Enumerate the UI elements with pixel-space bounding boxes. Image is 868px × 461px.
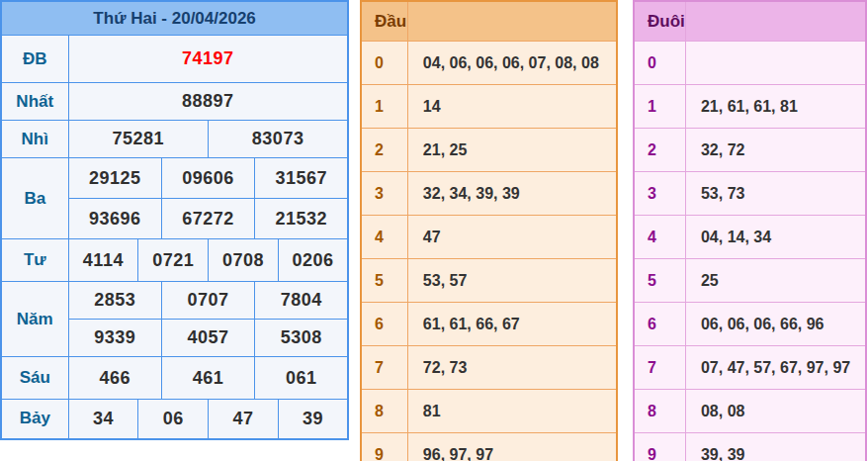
- prize-value: 4114: [68, 239, 138, 282]
- table-row: 0: [634, 42, 866, 85]
- head-digit: 9: [361, 433, 407, 461]
- table-row: 4 47: [361, 216, 617, 259]
- tail-digit: 9: [634, 433, 685, 461]
- table-row: 6 61, 61, 66, 67: [361, 303, 617, 346]
- table-row: 9 96, 97, 97: [361, 433, 617, 461]
- prize-value: 47: [209, 400, 279, 439]
- head-digit: 1: [361, 85, 407, 129]
- table-row: 4 04, 14, 34: [634, 216, 866, 259]
- prize-value: 29125: [68, 158, 161, 199]
- table-row: Sáu 466 461 061: [1, 357, 348, 400]
- table-row: Thứ Hai - 20/04/2026: [1, 1, 348, 36]
- table-row: 3 32, 34, 39, 39: [361, 172, 617, 216]
- table-row: Năm 2853 0707 7804: [1, 282, 348, 320]
- special-prize-value: 74197: [68, 36, 348, 83]
- duoi-header: Đuôi: [634, 1, 685, 42]
- head-digit: 7: [361, 346, 407, 390]
- tail-digit: 2: [634, 129, 685, 172]
- head-numbers: 72, 73: [407, 346, 617, 390]
- row-label-nhat: Nhất: [1, 83, 68, 121]
- tail-numbers: 06, 06, 06, 66, 96: [685, 303, 866, 346]
- duoi-header-empty: [685, 1, 866, 42]
- head-digit: 6: [361, 303, 407, 346]
- tail-numbers: 08, 08: [685, 390, 866, 433]
- head-digit: 0: [361, 42, 407, 85]
- head-digit: 8: [361, 390, 407, 433]
- tail-digit: 4: [634, 216, 685, 259]
- tail-numbers: 07, 47, 57, 67, 97, 97: [685, 346, 866, 390]
- head-digit: 4: [361, 216, 407, 259]
- tail-digit: 8: [634, 390, 685, 433]
- tail-numbers: 32, 72: [685, 129, 866, 172]
- prize-value: 0707: [161, 282, 254, 320]
- lottery-results-page: Thứ Hai - 20/04/2026 ĐB 74197 Nhất 88897…: [0, 0, 868, 461]
- table-row: 6 06, 06, 06, 66, 96: [634, 303, 866, 346]
- tail-digit: 6: [634, 303, 685, 346]
- table-row: 2 32, 72: [634, 129, 866, 172]
- row-label-tu: Tư: [1, 239, 68, 282]
- prize-value: 34: [68, 400, 138, 439]
- prize-value: 93696: [68, 199, 161, 239]
- head-numbers: 04, 06, 06, 06, 07, 08, 08: [407, 42, 617, 85]
- table-row: 9 39, 39: [634, 433, 866, 461]
- tail-digit: 1: [634, 85, 685, 129]
- tail-numbers: 25: [685, 259, 866, 303]
- table-row: Ba 29125 09606 31567: [1, 158, 348, 199]
- table-row: 1 21, 61, 61, 81: [634, 85, 866, 129]
- prize-value: 0206: [278, 239, 348, 282]
- table-row: Bảy 34 06 47 39: [1, 400, 348, 439]
- head-digit: 5: [361, 259, 407, 303]
- tail-numbers: 04, 14, 34: [685, 216, 866, 259]
- table-row: Nhất 88897: [1, 83, 348, 121]
- prize-value: 061: [255, 357, 348, 400]
- prize-value: 75281: [68, 121, 209, 158]
- tail-digit: 0: [634, 42, 685, 85]
- head-numbers: 81: [407, 390, 617, 433]
- dau-header: Đầu: [361, 1, 407, 42]
- duoi-table: Đuôi 0 1 21, 61, 61, 81 2 32, 72 3 53, 7…: [633, 0, 867, 461]
- table-row: Nhì 75281 83073: [1, 121, 348, 158]
- prize-value: 0721: [138, 239, 209, 282]
- prize-value: 88897: [68, 83, 348, 121]
- head-numbers: 96, 97, 97: [407, 433, 617, 461]
- row-label-db: ĐB: [1, 36, 68, 83]
- table-row: 2 21, 25: [361, 129, 617, 172]
- table-row: 0 04, 06, 06, 06, 07, 08, 08: [361, 42, 617, 85]
- prize-value: 466: [68, 357, 161, 400]
- tail-digit: 3: [634, 172, 685, 216]
- row-label-ba: Ba: [1, 158, 68, 239]
- table-row: Tư 4114 0721 0708 0206: [1, 239, 348, 282]
- table-row: 7 07, 47, 57, 67, 97, 97: [634, 346, 866, 390]
- tail-numbers: 39, 39: [685, 433, 866, 461]
- table-row: 7 72, 73: [361, 346, 617, 390]
- tail-digit: 7: [634, 346, 685, 390]
- prize-value: 06: [138, 400, 209, 439]
- table-row: 1 14: [361, 85, 617, 129]
- prize-value: 0708: [209, 239, 279, 282]
- head-numbers: 32, 34, 39, 39: [407, 172, 617, 216]
- prize-value: 31567: [255, 158, 348, 199]
- prize-value: 21532: [255, 199, 348, 239]
- result-table: Thứ Hai - 20/04/2026 ĐB 74197 Nhất 88897…: [0, 0, 349, 440]
- dau-header-empty: [407, 1, 617, 42]
- prize-value: 83073: [209, 121, 349, 158]
- head-numbers: 61, 61, 66, 67: [407, 303, 617, 346]
- prize-value: 461: [161, 357, 254, 400]
- tail-numbers: 53, 73: [685, 172, 866, 216]
- prize-value: 9339: [68, 320, 161, 357]
- tail-numbers: [685, 42, 866, 85]
- row-label-nam: Năm: [1, 282, 68, 357]
- prize-value: 2853: [68, 282, 161, 320]
- row-label-bay: Bảy: [1, 400, 68, 439]
- head-numbers: 14: [407, 85, 617, 129]
- prize-value: 67272: [161, 199, 254, 239]
- table-row: ĐB 74197: [1, 36, 348, 83]
- prize-value: 7804: [255, 282, 348, 320]
- head-numbers: 47: [407, 216, 617, 259]
- head-numbers: 53, 57: [407, 259, 617, 303]
- tail-numbers: 21, 61, 61, 81: [685, 85, 866, 129]
- head-digit: 3: [361, 172, 407, 216]
- prize-value: 5308: [255, 320, 348, 357]
- table-row: 8 08, 08: [634, 390, 866, 433]
- dau-table: Đầu 0 04, 06, 06, 06, 07, 08, 08 1 14 2 …: [360, 0, 618, 461]
